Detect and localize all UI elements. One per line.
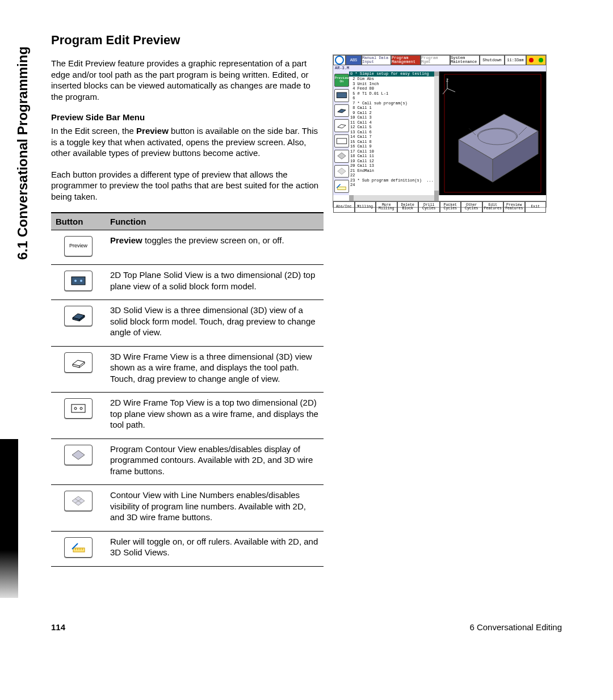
function-cell: 3D Wire Frame View is a three dimensiona… <box>106 346 324 393</box>
tab-system-maintenance: System Maintenance <box>450 55 480 65</box>
code-line: 21 EndMain <box>349 168 439 174</box>
code-line: 7 * Call sub program(s) <box>349 101 439 106</box>
tab-program-mgr: Program Mgmt <box>421 55 450 65</box>
sidebar-2d-solid-icon <box>334 89 349 102</box>
clock: 11:33am <box>505 55 526 65</box>
svg-marker-15 <box>72 450 85 459</box>
table-row: 2D Top Plane Solid View is a two dimensi… <box>51 265 324 300</box>
svg-point-14 <box>80 407 82 410</box>
softkey: Abs/Inc <box>333 201 355 213</box>
table-row: Contour View with Line Numbers enables/d… <box>51 485 324 532</box>
svg-point-2 <box>80 280 82 282</box>
function-cell: 2D Top Plane Solid View is a two dimensi… <box>106 265 324 300</box>
code-line: 19 Call 12 <box>349 159 439 164</box>
softkey: Delete Block <box>397 201 419 213</box>
softkey: Drill Cycles <box>418 201 440 213</box>
svg-marker-31 <box>338 168 346 174</box>
3d-solid-icon <box>64 306 93 326</box>
button-icon-cell <box>51 438 106 485</box>
fig-topbar: ABS Manual Data Input Program Management… <box>333 55 546 65</box>
fig-3d-view: Z <box>439 71 546 195</box>
vertical-scrollbar <box>434 71 439 195</box>
thumb-index-bar <box>0 439 18 598</box>
code-line: 4 Feed 80 <box>349 86 439 91</box>
page-title: Program Edit Preview <box>51 33 324 48</box>
subsection-heading: Preview Side Bar Menu <box>51 112 324 122</box>
function-cell: Preview toggles the preview screen on, o… <box>106 230 324 265</box>
col-function: Function <box>106 213 324 230</box>
chapter-title: 6 Conversational Editing <box>469 622 562 632</box>
svg-point-1 <box>74 280 77 282</box>
function-cell: Program Contour View enables/disables di… <box>106 438 324 485</box>
section-tab: 6.1 Conversational Programming <box>15 33 35 260</box>
tab-shutdown: Shutdown <box>480 55 505 65</box>
function-cell: 3D Solid View is a three dimensional (3D… <box>106 300 324 347</box>
intro-paragraph: The Edit Preview feature provides a grap… <box>51 58 324 102</box>
code-line: 8 Call 1 <box>349 106 439 111</box>
button-icon-cell <box>51 485 106 532</box>
home-icon <box>333 55 346 65</box>
sidebar-contour-icon <box>334 150 349 163</box>
table-row: PreviewPreview toggles the preview scree… <box>51 230 324 265</box>
sidebar-ruler-icon <box>334 180 349 193</box>
code-line: 23 * Sub program definition(s) ... <box>349 178 439 183</box>
subsection-p2: Each button provides a different type of… <box>51 169 324 203</box>
svg-rect-29 <box>337 138 347 144</box>
fig-code-area: 0 * Simple setup for easy testing 2 Dim … <box>349 71 439 195</box>
button-icon-cell <box>51 531 106 566</box>
svg-marker-27 <box>338 109 346 112</box>
2d-wire-icon <box>64 398 93 419</box>
sidebar-2d-wire-icon <box>334 134 349 147</box>
softkey: Preview Features <box>503 201 525 213</box>
softkey: Edit Features <box>482 201 504 213</box>
code-line: 24 <box>349 183 439 188</box>
table-row: Ruler will toggle on, or off rulers. Ava… <box>51 531 324 566</box>
tab-program-management: Program Management <box>391 55 421 65</box>
button-icon-cell: Preview <box>51 230 106 265</box>
col-button: Button <box>51 213 106 230</box>
edit-preview-screenshot: ABS Manual Data Input Program Management… <box>333 54 547 208</box>
fig-bottom-bar: Abs/IncMillingMore MillingDelete BlockDr… <box>333 201 546 213</box>
fig-sidebar: Preview On <box>333 71 349 195</box>
svg-rect-19 <box>73 548 85 552</box>
page-number: 114 <box>51 622 65 632</box>
softkey: Other Cycles <box>461 201 482 213</box>
code-line: 3 Unit Inch <box>349 82 439 87</box>
function-cell: Contour View with Line Numbers enables/d… <box>106 485 324 532</box>
table-row: 3D Wire Frame View is a three dimensiona… <box>51 346 324 393</box>
code-line: 22 <box>349 173 439 178</box>
svg-rect-0 <box>72 277 85 285</box>
function-cell: Ruler will toggle on, or off rulers. Ava… <box>106 531 324 566</box>
code-highlight: 0 * Simple setup for easy testing <box>349 71 439 77</box>
button-function-table: Button Function PreviewPreview toggles t… <box>51 212 324 567</box>
softkey: Milling <box>355 201 376 213</box>
svg-marker-30 <box>338 153 346 159</box>
svg-rect-32 <box>338 187 346 189</box>
button-icon-cell <box>51 265 106 300</box>
button-icon-cell <box>51 300 106 347</box>
tab-mdi: Manual Data Input <box>362 55 391 65</box>
table-row: 2D Wire Frame Top View is a top two dime… <box>51 393 324 439</box>
filename-bar: AR-3.M <box>333 65 546 71</box>
subsection-p1: In the Edit screen, the Preview button i… <box>51 125 324 159</box>
code-line: 15 Call 8 <box>349 140 439 145</box>
tab-abs: ABS <box>346 55 362 65</box>
svg-rect-12 <box>72 404 85 412</box>
table-row: 3D Solid View is a three dimensional (3D… <box>51 300 324 347</box>
3d-wire-icon <box>64 352 93 373</box>
softkey: More Milling <box>376 201 397 213</box>
code-line: 10 Call 3 <box>349 115 439 120</box>
status-lights <box>526 55 546 65</box>
code-line: 17 Call 10 <box>349 149 439 154</box>
svg-line-10 <box>73 366 79 368</box>
horizontal-scrollbar <box>349 195 439 201</box>
softkey: Exit <box>525 201 547 213</box>
code-line: 18 Call 11 <box>349 154 439 159</box>
contour-icon <box>64 445 93 465</box>
code-line: 12 Call 5 <box>349 125 439 130</box>
sidebar-3d-solid-icon <box>334 104 349 117</box>
sidebar-preview-on: Preview On <box>334 74 349 87</box>
svg-line-44 <box>447 88 455 92</box>
function-cell: 2D Wire Frame Top View is a top two dime… <box>106 393 324 439</box>
code-line: 13 Call 6 <box>349 130 439 135</box>
